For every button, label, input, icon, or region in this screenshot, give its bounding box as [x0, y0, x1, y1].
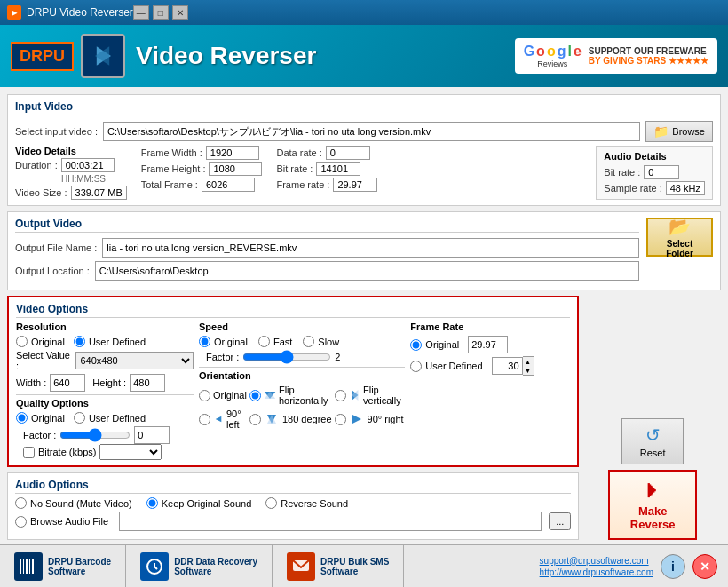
- fr-original-radio[interactable]: [410, 339, 422, 351]
- app-icon: ▶: [7, 5, 21, 20]
- bitrate-checkbox[interactable]: [23, 447, 35, 458]
- browse-audio-radio[interactable]: [15, 516, 27, 528]
- orient-90r-radio[interactable]: [335, 414, 346, 425]
- right-options-col: Frame Rate Original User Defined: [410, 321, 570, 460]
- orient-90l-radio[interactable]: [199, 414, 210, 425]
- orient-flip-h-radio[interactable]: [249, 390, 261, 401]
- play-icon: ⏵: [643, 479, 662, 502]
- output-filename-input[interactable]: [102, 238, 639, 258]
- resolution-title: Resolution: [16, 321, 194, 332]
- reverse-sound-label: Reverse Sound: [281, 498, 348, 509]
- fr-user-label: User Defined: [425, 361, 482, 371]
- input-video-path[interactable]: [103, 122, 640, 141]
- height-input[interactable]: [130, 374, 165, 392]
- speed-factor-slider[interactable]: [242, 350, 331, 364]
- fr-user-radio[interactable]: [410, 361, 422, 372]
- video-details-left: Video Details Duration : 00:03:21 HH:MM:…: [15, 146, 127, 200]
- framerate-row: Frame rate : 29.97: [276, 178, 377, 192]
- speed-slow-radio[interactable]: [303, 336, 314, 347]
- fr-spin-down[interactable]: ▼: [523, 366, 534, 375]
- logo-icon: [81, 34, 125, 78]
- orient-original-radio[interactable]: [199, 390, 210, 401]
- email-link[interactable]: support@drpusoftware.com: [540, 556, 653, 566]
- close-round-button[interactable]: ✕: [692, 554, 717, 579]
- barcode-tool[interactable]: DRPU Barcode Software: [0, 545, 126, 588]
- contact-info: support@drpusoftware.com http://www.drpu…: [540, 556, 653, 577]
- video-details-label: Video Details: [15, 146, 127, 156]
- close-button[interactable]: ✕: [172, 5, 188, 20]
- no-sound-label: No Sound (Mute Video): [30, 498, 132, 509]
- orient-flip-v-item: Flip vertically: [335, 385, 406, 406]
- orient-180-radio[interactable]: [249, 414, 261, 425]
- sms-tool[interactable]: DRPU Bulk SMS Software: [273, 545, 404, 588]
- sms-tool-label: DRPU Bulk SMS Software: [320, 557, 389, 576]
- svg-rect-16: [36, 559, 36, 574]
- url-link[interactable]: http://www.drpusoftware.com: [540, 567, 653, 577]
- bottom-bar: DRPU Barcode Software DDR Data Recovery …: [0, 544, 728, 587]
- quality-options-row: Original User Defined: [16, 412, 194, 424]
- quality-factor-label: Factor :: [23, 430, 56, 440]
- reverse-sound-radio[interactable]: [265, 497, 277, 509]
- select-value-row: Select Value : 640x480320x2401280x720192…: [16, 350, 194, 371]
- browse-audio-row: Browse Audio File ...: [15, 512, 571, 531]
- recovery-tool[interactable]: DDR Data Recovery Software: [126, 545, 273, 588]
- output-video-title: Output Video: [15, 218, 639, 233]
- framerate-title: Frame Rate: [410, 321, 570, 332]
- video-details-row: Video Details Duration : 00:03:21 HH:MM:…: [15, 146, 713, 200]
- output-location-label: Output Location :: [15, 266, 90, 276]
- reset-label: Reset: [640, 448, 666, 458]
- width-input[interactable]: [50, 374, 85, 392]
- make-reverse-button[interactable]: ⏵ Make Reverse: [608, 470, 697, 540]
- quality-title: Quality Options: [16, 398, 194, 409]
- titlebar: ▶ DRPU Video Reverser — □ ✕: [0, 0, 728, 25]
- orientation-title: Orientation: [199, 370, 405, 381]
- orient-90l-item: 90° left: [199, 409, 247, 430]
- svg-marker-10: [352, 415, 361, 424]
- speed-options-row: Original Fast Slow: [199, 336, 405, 347]
- browse-button[interactable]: 📁 Browse: [645, 121, 713, 142]
- speed-original-radio[interactable]: [199, 336, 210, 347]
- minimize-button[interactable]: —: [133, 5, 149, 20]
- fr-user-input[interactable]: [492, 357, 523, 375]
- speed-factor-label: Factor :: [206, 352, 239, 362]
- reset-button[interactable]: ↺ Reset: [621, 418, 684, 464]
- res-original-radio[interactable]: [16, 336, 28, 347]
- bitrate-dropdown[interactable]: [99, 444, 162, 460]
- no-sound-radio[interactable]: [15, 497, 27, 509]
- orient-180-label: 180 degree: [282, 414, 332, 424]
- fr-spin-up[interactable]: ▲: [523, 357, 534, 366]
- audio-file-path[interactable]: [119, 512, 542, 531]
- select-value-label: Select Value :: [16, 350, 72, 371]
- videosize-row: Video Size : 339.07 MB: [15, 186, 127, 200]
- res-user-defined-label: User Defined: [89, 337, 146, 347]
- main-content: Input Video Select input video : 📁 Brows…: [0, 87, 728, 544]
- audio-details-label: Audio Details: [604, 151, 666, 162]
- audio-bitrate-row: Bit rate : 0: [604, 165, 705, 179]
- orient-flip-h-label: Flip horizontally: [279, 385, 332, 406]
- res-user-defined-radio[interactable]: [74, 336, 85, 347]
- select-folder-button[interactable]: 📂 Select Folder: [646, 218, 713, 257]
- fr-value-input[interactable]: [468, 336, 508, 353]
- quality-factor-slider[interactable]: [59, 428, 131, 442]
- quality-user-radio[interactable]: [74, 412, 85, 424]
- orient-flip-v-radio[interactable]: [335, 390, 346, 401]
- audio-browse-button[interactable]: ...: [549, 512, 571, 530]
- speed-fast-radio[interactable]: [258, 336, 270, 347]
- reset-icon: ↺: [645, 424, 661, 446]
- app-title: Video Reverser: [136, 42, 515, 70]
- maximize-button[interactable]: □: [153, 5, 169, 20]
- info-button[interactable]: i: [661, 554, 685, 579]
- speed-title: Speed: [199, 321, 405, 332]
- resolution-dropdown[interactable]: 640x480320x2401280x7201920x1080: [75, 352, 194, 369]
- bottom-tools: DRPU Barcode Software DDR Data Recovery …: [0, 545, 529, 588]
- output-location-input[interactable]: [95, 261, 639, 281]
- quality-original-radio[interactable]: [16, 412, 28, 424]
- bitrate-row: Bitrate (kbps): [23, 444, 194, 460]
- keep-original-radio[interactable]: [146, 497, 158, 509]
- video-options-title: Video Options: [16, 303, 570, 318]
- select-folder-label: Select Folder: [655, 239, 704, 258]
- options-area: Video Options Resolution Original User D…: [7, 296, 579, 540]
- mid-options-col: Speed Original Fast Slow Factor :: [199, 321, 405, 460]
- speed-factor-row: Factor : 2: [206, 350, 405, 364]
- quality-factor-input[interactable]: [134, 426, 170, 444]
